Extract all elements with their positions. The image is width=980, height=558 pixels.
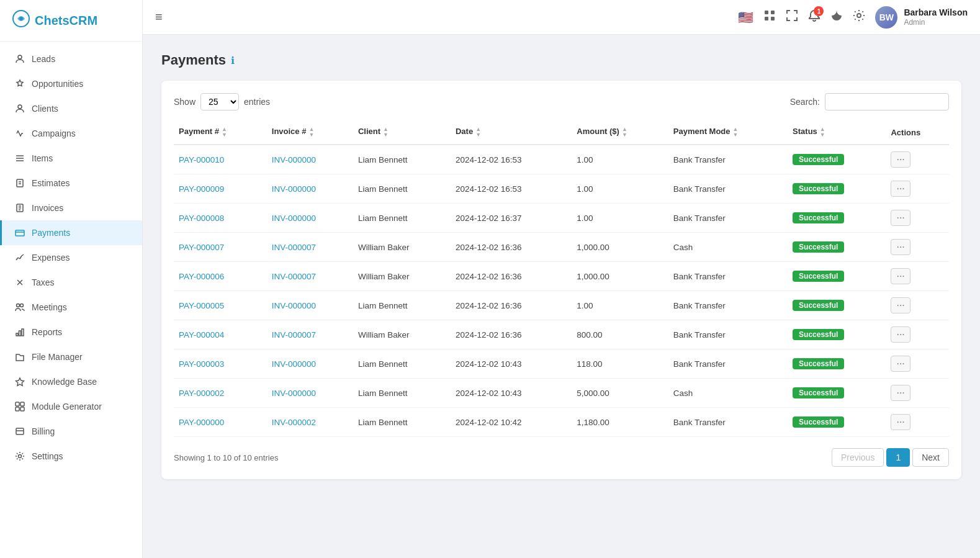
svg-line-19	[22, 254, 24, 256]
sidebar-item-expenses[interactable]: Expenses	[0, 245, 142, 270]
payment-num-link[interactable]: PAY-000005	[179, 301, 224, 310]
sidebar-item-billing[interactable]: Billing	[0, 419, 142, 444]
row-actions-button[interactable]: ···	[891, 414, 910, 430]
invoice-num-link[interactable]: INV-000000	[272, 155, 316, 164]
date-cell: 2024-12-02 10:43	[451, 379, 572, 408]
sidebar-item-module-generator[interactable]: Module Generator	[0, 394, 142, 419]
invoice-num-link[interactable]: INV-000007	[272, 243, 316, 252]
table-row: PAY-000002 INV-000000 Liam Bennett 2024-…	[174, 379, 949, 408]
logo-icon	[12, 10, 30, 31]
sidebar-label-settings: Settings	[32, 451, 63, 461]
payment-num-link[interactable]: PAY-000007	[179, 243, 224, 252]
sidebar-item-leads[interactable]: Leads	[0, 47, 142, 71]
amount-cell: 1.00	[572, 145, 668, 174]
svg-rect-27	[16, 402, 19, 406]
invoice-num-link[interactable]: INV-000000	[272, 184, 316, 194]
notifications-icon[interactable]: 1	[808, 9, 820, 25]
payment-num-link[interactable]: PAY-000006	[179, 272, 224, 281]
sidebar-item-payments[interactable]: Payments	[0, 220, 142, 245]
entries-select[interactable]: 25 10 50 100	[200, 93, 239, 110]
invoice-num-link[interactable]: INV-000007	[272, 272, 316, 281]
payment-num-link[interactable]: PAY-000002	[179, 389, 224, 398]
invoice-num-link[interactable]: INV-000002	[272, 418, 316, 427]
sidebar-item-reports[interactable]: Reports	[0, 320, 142, 344]
user-menu[interactable]: BW Barbara Wilson Admin	[875, 6, 968, 29]
col-header-payment_mode[interactable]: Payment Mode▲▼	[668, 120, 788, 145]
sidebar-item-estimates[interactable]: Estimates	[0, 171, 142, 196]
client-cell: Liam Bennett	[353, 408, 451, 437]
row-actions-button[interactable]: ···	[891, 268, 910, 284]
payment-num-link[interactable]: PAY-000000	[179, 418, 224, 427]
invoice-num-link[interactable]: INV-000000	[272, 359, 316, 369]
sidebar-item-campaigns[interactable]: Campaigns	[0, 121, 142, 146]
row-actions-button[interactable]: ···	[891, 385, 910, 401]
sidebar-item-meetings[interactable]: Meetings	[0, 295, 142, 320]
col-header-client[interactable]: Client▲▼	[353, 120, 451, 145]
page-info-icon[interactable]: ℹ	[231, 55, 235, 66]
row-actions-button[interactable]: ···	[891, 239, 910, 255]
payment-num-cell: PAY-000003	[174, 349, 267, 379]
col-header-invoice_num[interactable]: Invoice #▲▼	[267, 120, 353, 145]
language-selector[interactable]: 🇺🇸	[738, 10, 753, 25]
invoice-num-link[interactable]: INV-000007	[272, 330, 316, 340]
payment-num-link[interactable]: PAY-000004	[179, 330, 224, 340]
col-header-amount[interactable]: Amount ($)▲▼	[572, 120, 668, 145]
table-row: PAY-000003 INV-000000 Liam Bennett 2024-…	[174, 349, 949, 379]
sidebar-item-taxes[interactable]: Taxes	[0, 270, 142, 295]
col-header-status[interactable]: Status▲▼	[788, 120, 886, 145]
payment-num-link[interactable]: PAY-000010	[179, 155, 224, 164]
svg-rect-34	[765, 11, 768, 14]
payment-num-cell: PAY-000009	[174, 174, 267, 204]
client-cell: William Baker	[353, 262, 451, 291]
previous-button[interactable]: Previous	[832, 448, 884, 467]
status-badge: Successful	[793, 358, 844, 369]
search-input[interactable]	[825, 93, 949, 110]
sidebar-item-items[interactable]: Items	[0, 146, 142, 171]
payment-num-link[interactable]: PAY-000008	[179, 214, 224, 223]
status-cell: Successful	[788, 145, 886, 174]
payment-num-link[interactable]: PAY-000003	[179, 359, 224, 369]
showing-text: Showing 1 to 10 of 10 entries	[174, 453, 278, 462]
sidebar-item-settings[interactable]: Settings	[0, 444, 142, 469]
dark-mode-icon[interactable]	[830, 9, 843, 25]
row-actions-button[interactable]: ···	[891, 297, 910, 313]
user-role: Admin	[904, 18, 968, 28]
table-row: PAY-000010 INV-000000 Liam Bennett 2024-…	[174, 145, 949, 174]
col-header-date[interactable]: Date▲▼	[451, 120, 572, 145]
sidebar-item-clients[interactable]: Clients	[0, 96, 142, 121]
date-cell: 2024-12-02 16:37	[451, 204, 572, 233]
row-actions-button[interactable]: ···	[891, 326, 910, 343]
fullscreen-icon[interactable]	[786, 9, 798, 25]
invoice-num-link[interactable]: INV-000000	[272, 301, 316, 310]
header-icons: 🇺🇸	[738, 6, 968, 29]
row-actions-button[interactable]: ···	[891, 181, 910, 197]
page-header: Payments ℹ	[161, 52, 961, 68]
amount-cell: 5,000.00	[572, 379, 668, 408]
page-1-button[interactable]: 1	[886, 448, 910, 467]
settings-icon[interactable]	[853, 9, 865, 25]
invoice-num-link[interactable]: INV-000000	[272, 389, 316, 398]
payment-num-link[interactable]: PAY-000009	[179, 184, 224, 194]
reports-icon	[14, 326, 25, 338]
status-badge: Successful	[793, 300, 844, 311]
sidebar-item-file-manager[interactable]: File Manager	[0, 344, 142, 369]
date-cell: 2024-12-02 16:53	[451, 174, 572, 204]
sidebar-item-opportunities[interactable]: Opportunities	[0, 71, 142, 96]
brand-name: ChetsCRM	[35, 14, 97, 28]
table-row: PAY-000008 INV-000000 Liam Bennett 2024-…	[174, 204, 949, 233]
apps-icon[interactable]	[763, 9, 776, 25]
svg-rect-31	[16, 428, 24, 434]
client-cell: Liam Bennett	[353, 379, 451, 408]
actions-cell: ···	[886, 349, 949, 379]
next-button[interactable]: Next	[912, 448, 949, 467]
row-actions-button[interactable]: ···	[891, 210, 910, 226]
row-actions-button[interactable]: ···	[891, 356, 910, 372]
col-header-payment_num[interactable]: Payment #▲▼	[174, 120, 267, 145]
sidebar-item-knowledge-base[interactable]: Knowledge Base	[0, 369, 142, 394]
sidebar-label-billing: Billing	[32, 426, 55, 436]
row-actions-button[interactable]: ···	[891, 151, 910, 168]
hamburger-button[interactable]: ≡	[155, 10, 163, 24]
sidebar-item-invoices[interactable]: Invoices	[0, 196, 142, 220]
invoice-num-link[interactable]: INV-000000	[272, 214, 316, 223]
table-row: PAY-000004 INV-000007 William Baker 2024…	[174, 320, 949, 349]
